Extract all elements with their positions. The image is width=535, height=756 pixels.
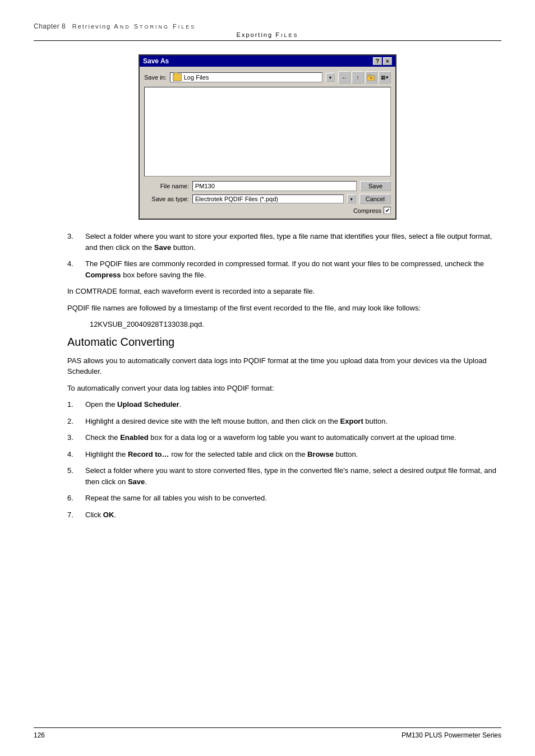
header-chapter-line: Chapter 8 Retrieving AND STORING FILES xyxy=(34,22,196,30)
page-footer: 126 PM130 PLUS Powermeter Series xyxy=(34,727,501,739)
auto-step-7: 7. Click OK. xyxy=(67,509,501,521)
auto-step-7-num: 7. xyxy=(67,509,79,521)
auto-step-2-num: 2. xyxy=(67,416,79,427)
dialog-wrapper: Save As ? × Save in: Log Files ← xyxy=(34,54,501,220)
footer-product-name: PM130 PLUS Powermeter Series xyxy=(402,731,501,739)
step-4: 4. The PQDIF files are commonly recorded… xyxy=(67,258,501,280)
auto-step-7-text: Click OK. xyxy=(85,509,501,521)
sample-filename: 12KVSUB_20040928T133038.pqd. xyxy=(90,319,501,330)
dialog-title-bar: Save As ? × xyxy=(140,55,395,67)
auto-step-1-num: 1. xyxy=(67,399,79,410)
footer-page-number: 126 xyxy=(34,731,45,739)
save-as-type-dropdown[interactable]: Electrotek PQDIF Files (*.pqd) xyxy=(192,194,344,203)
body-para-comtrade: In COMTRADE format, each waveform event … xyxy=(67,286,501,297)
content: 3. Select a folder where you want to sto… xyxy=(67,231,501,520)
file-name-row: File name: Save xyxy=(144,181,391,191)
steps-list-part2: 1. Open the Upload Scheduler. 2. Highlig… xyxy=(67,399,501,520)
auto-step-3: 3. Check the Enabled box for a data log … xyxy=(67,432,501,443)
svg-text:+: + xyxy=(370,76,372,80)
save-as-type-value: Electrotek PQDIF Files (*.pqd) xyxy=(195,196,278,202)
compress-row: Compress ✔ xyxy=(144,207,391,214)
auto-step-5-text: Select a folder where you want to store … xyxy=(85,465,501,487)
auto-para1: PAS allows you to automatically convert … xyxy=(67,355,501,377)
compress-checkbox[interactable]: ✔ xyxy=(384,207,391,214)
auto-step-3-num: 3. xyxy=(67,432,79,443)
compress-label: Compress xyxy=(353,207,381,214)
dialog-body: Save in: Log Files ← ↑ + xyxy=(140,67,395,219)
save-in-folder-name: Log Files xyxy=(184,74,209,81)
auto-converting-heading: Automatic Converting xyxy=(67,336,501,349)
step-3-num: 3. xyxy=(67,231,79,253)
auto-step-2: 2. Highlight a desired device site with … xyxy=(67,416,501,427)
back-button[interactable]: ← xyxy=(338,71,350,84)
auto-step-6: 6. Repeat the same for all tables you wi… xyxy=(67,493,501,504)
auto-step-5: 5. Select a folder where you want to sto… xyxy=(67,465,501,487)
save-button[interactable]: Save xyxy=(360,181,391,191)
auto-step-3-text: Check the Enabled box for a data log or … xyxy=(85,432,501,443)
save-in-dropdown-arrow[interactable] xyxy=(326,73,335,82)
save-in-dropdown[interactable]: Log Files xyxy=(170,72,322,82)
auto-step-5-num: 5. xyxy=(67,465,79,487)
dialog-help-button[interactable]: ? xyxy=(373,57,382,65)
dialog-title-text: Save As xyxy=(143,57,169,65)
save-as-dialog: Save As ? × Save in: Log Files ← xyxy=(139,54,396,220)
auto-para2: To automatically convert your data log t… xyxy=(67,383,501,394)
save-in-row: Save in: Log Files ← ↑ + xyxy=(144,71,391,84)
file-name-input[interactable] xyxy=(192,181,357,191)
toolbar-buttons: ← ↑ + ▦▾ xyxy=(338,71,391,84)
auto-step-4: 4. Highlight the Record to… row for the … xyxy=(67,449,501,460)
auto-step-1-text: Open the Upload Scheduler. xyxy=(85,399,501,410)
chapter-title: Retrieving AND STORING FILES xyxy=(72,23,196,30)
up-folder-button[interactable]: ↑ xyxy=(352,71,364,84)
file-listing-area xyxy=(144,87,391,177)
page: Chapter 8 Retrieving AND STORING FILES E… xyxy=(0,0,535,756)
step-3: 3. Select a folder where you want to sto… xyxy=(67,231,501,253)
folder-icon xyxy=(173,73,182,81)
step-3-text: Select a folder where you want to store … xyxy=(85,231,501,253)
steps-list-part1: 3. Select a folder where you want to sto… xyxy=(67,231,501,280)
save-as-type-arrow[interactable] xyxy=(347,194,356,203)
body-para-pqdif-names: PQDIF file names are followed by a times… xyxy=(67,303,501,314)
save-as-type-row: Save as type: Electrotek PQDIF Files (*.… xyxy=(144,194,391,204)
step-4-text: The PQDIF files are commonly recorded in… xyxy=(85,258,501,280)
auto-step-1: 1. Open the Upload Scheduler. xyxy=(67,399,501,410)
auto-step-4-num: 4. xyxy=(67,449,79,460)
chapter-label: Chapter 8 xyxy=(34,22,66,30)
new-folder-button[interactable]: + xyxy=(365,71,377,84)
auto-step-6-num: 6. xyxy=(67,493,79,504)
dialog-close-button[interactable]: × xyxy=(383,57,392,65)
save-in-label: Save in: xyxy=(144,74,167,81)
auto-step-2-text: Highlight a desired device site with the… xyxy=(85,416,501,427)
header-section-line: Exporting FILES xyxy=(34,31,501,38)
auto-step-6-text: Repeat the same for all tables you wish … xyxy=(85,493,501,504)
auto-step-4-text: Highlight the Record to… row for the sel… xyxy=(85,449,501,460)
page-header: Chapter 8 Retrieving AND STORING FILES E… xyxy=(34,22,501,41)
file-name-label: File name: xyxy=(144,183,189,189)
step-4-num: 4. xyxy=(67,258,79,280)
dialog-title-buttons: ? × xyxy=(373,57,392,65)
cancel-button[interactable]: Cancel xyxy=(359,194,391,204)
view-options-button[interactable]: ▦▾ xyxy=(379,71,391,84)
save-as-type-label: Save as type: xyxy=(144,196,189,202)
